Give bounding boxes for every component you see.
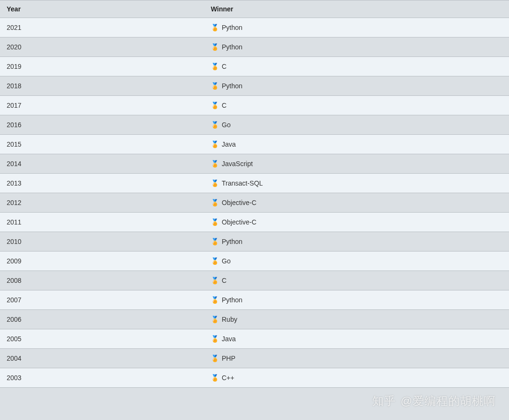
cell-year: 2004 xyxy=(0,349,204,368)
winner-name: C xyxy=(222,277,226,284)
cell-winner: 🏅Python xyxy=(204,290,509,310)
cell-year: 2007 xyxy=(0,290,204,310)
cell-year: 2020 xyxy=(0,37,204,57)
cell-winner: 🏅Go xyxy=(204,252,509,271)
winner-name: Python xyxy=(222,43,243,51)
cell-year: 2006 xyxy=(0,310,204,329)
winner-name: Transact-SQL xyxy=(222,179,263,187)
winner-name: C++ xyxy=(222,374,234,382)
cell-winner: 🏅C++ xyxy=(204,368,509,388)
winner-name: Go xyxy=(222,257,231,265)
cell-winner: 🏅Transact-SQL xyxy=(204,174,509,193)
winner-name: Objective-C xyxy=(222,199,256,206)
medal-icon: 🏅 xyxy=(211,180,219,187)
table-row: 2017🏅C xyxy=(0,96,509,115)
winner-name: Python xyxy=(222,24,243,31)
medal-icon: 🏅 xyxy=(211,258,219,264)
winner-name: C xyxy=(222,102,226,109)
cell-year: 2008 xyxy=(0,271,204,290)
medal-icon: 🏅 xyxy=(211,219,219,225)
medal-icon: 🏅 xyxy=(211,355,219,362)
winner-name: C xyxy=(222,63,226,70)
cell-winner: 🏅Java xyxy=(204,329,509,349)
medal-icon: 🏅 xyxy=(211,277,219,284)
cell-year: 2012 xyxy=(0,193,204,213)
winner-name: Python xyxy=(222,82,243,90)
cell-winner: 🏅Ruby xyxy=(204,310,509,329)
table-row: 2004🏅PHP xyxy=(0,349,509,368)
winner-name: Java xyxy=(222,335,236,343)
table-row: 2020🏅Python xyxy=(0,37,509,57)
header-year: Year xyxy=(0,0,204,18)
medal-icon: 🏅 xyxy=(211,24,219,31)
cell-winner: 🏅Go xyxy=(204,115,509,135)
medal-icon: 🏅 xyxy=(211,199,219,206)
winners-table: Year Winner 2021🏅Python2020🏅Python2019🏅C… xyxy=(0,0,509,388)
table-row: 2021🏅Python xyxy=(0,18,509,37)
cell-year: 2019 xyxy=(0,57,204,76)
table-row: 2018🏅Python xyxy=(0,76,509,96)
cell-year: 2017 xyxy=(0,96,204,115)
winner-name: Python xyxy=(222,296,243,304)
table-row: 2010🏅Python xyxy=(0,232,509,252)
winner-name: PHP xyxy=(222,355,236,362)
cell-year: 2015 xyxy=(0,135,204,154)
cell-year: 2013 xyxy=(0,174,204,193)
cell-year: 2005 xyxy=(0,329,204,349)
medal-icon: 🏅 xyxy=(211,141,219,148)
cell-winner: 🏅JavaScript xyxy=(204,154,509,174)
table-header-row: Year Winner xyxy=(0,0,509,18)
cell-year: 2016 xyxy=(0,115,204,135)
medal-icon: 🏅 xyxy=(211,102,219,109)
cell-winner: 🏅Python xyxy=(204,37,509,57)
winner-name: Go xyxy=(222,121,231,129)
table-row: 2014🏅JavaScript xyxy=(0,154,509,174)
medal-icon: 🏅 xyxy=(211,63,219,70)
medal-icon: 🏅 xyxy=(211,297,219,303)
table-row: 2003🏅C++ xyxy=(0,368,509,388)
cell-winner: 🏅PHP xyxy=(204,349,509,368)
medal-icon: 🏅 xyxy=(211,44,219,50)
cell-winner: 🏅Java xyxy=(204,135,509,154)
table-row: 2016🏅Go xyxy=(0,115,509,135)
table-row: 2005🏅Java xyxy=(0,329,509,349)
table-row: 2015🏅Java xyxy=(0,135,509,154)
watermark: 知乎@爱编程的胡桃啊 xyxy=(372,393,496,409)
table-row: 2011🏅Objective-C xyxy=(0,213,509,232)
medal-icon: 🏅 xyxy=(211,374,219,381)
winner-name: Python xyxy=(222,238,243,245)
winner-name: JavaScript xyxy=(222,160,253,168)
medal-icon: 🏅 xyxy=(211,83,219,89)
cell-winner: 🏅C xyxy=(204,271,509,290)
cell-year: 2014 xyxy=(0,154,204,174)
header-winner: Winner xyxy=(204,0,509,18)
table-row: 2019🏅C xyxy=(0,57,509,76)
cell-winner: 🏅Python xyxy=(204,232,509,252)
cell-winner: 🏅Objective-C xyxy=(204,193,509,213)
cell-winner: 🏅Objective-C xyxy=(204,213,509,232)
table-row: 2013🏅Transact-SQL xyxy=(0,174,509,193)
watermark-handle: @爱编程的胡桃啊 xyxy=(401,394,496,407)
watermark-site: 知乎 xyxy=(372,394,396,407)
cell-year: 2009 xyxy=(0,252,204,271)
medal-icon: 🏅 xyxy=(211,316,219,323)
cell-year: 2011 xyxy=(0,213,204,232)
medal-icon: 🏅 xyxy=(211,238,219,245)
cell-winner: 🏅Python xyxy=(204,76,509,96)
table-row: 2009🏅Go xyxy=(0,252,509,271)
cell-winner: 🏅C xyxy=(204,96,509,115)
winner-name: Java xyxy=(222,140,236,148)
cell-year: 2021 xyxy=(0,18,204,37)
cell-winner: 🏅Python xyxy=(204,18,509,37)
table-row: 2007🏅Python xyxy=(0,290,509,310)
winner-name: Objective-C xyxy=(222,218,256,226)
table-row: 2008🏅C xyxy=(0,271,509,290)
cell-year: 2018 xyxy=(0,76,204,96)
table-row: 2012🏅Objective-C xyxy=(0,193,509,213)
medal-icon: 🏅 xyxy=(211,336,219,342)
medal-icon: 🏅 xyxy=(211,121,219,128)
table-row: 2006🏅Ruby xyxy=(0,310,509,329)
cell-year: 2010 xyxy=(0,232,204,252)
winner-name: Ruby xyxy=(222,316,237,323)
cell-year: 2003 xyxy=(0,368,204,388)
